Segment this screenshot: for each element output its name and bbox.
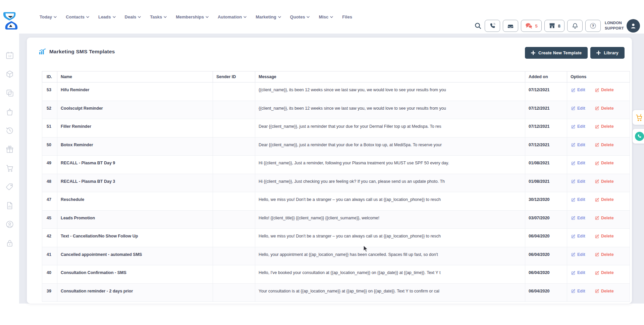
history-icon [5,126,14,135]
table-row: 53 Hifu Reminder {{client_name}}, its be… [42,83,630,101]
phone-button[interactable] [485,20,500,32]
table-row: 45 Leads Promotion Hello! {{client_title… [42,210,630,229]
nav-item-deals[interactable]: Deals [125,14,141,19]
phone-icon [489,22,496,30]
shop-button[interactable]: 8 [544,20,565,32]
column-header-added-on: Added on [525,71,567,83]
cell-options: Edit Delete [567,83,630,101]
nav-item-marketing[interactable]: Marketing [256,14,281,19]
help-button[interactable]: ? [585,20,601,32]
gift-icon [5,145,14,154]
delete-link[interactable]: Delete [595,252,614,257]
sidebar-item-cart[interactable] [5,164,14,172]
cell-sender-id [213,283,255,302]
cell-added-on: 07/12/2021 [525,137,567,156]
create-new-template-button[interactable]: Create New Template [525,47,588,59]
nav-item-files[interactable]: Files [342,14,352,19]
sidebar-item-duplicates[interactable] [5,89,14,97]
delete-link[interactable]: Delete [595,143,614,147]
svg-text:?: ? [592,24,594,28]
sidebar-item-security[interactable] [5,239,14,248]
edit-link[interactable]: Edit [571,106,585,111]
edit-link[interactable]: Edit [571,252,585,257]
nav-item-today[interactable]: Today [40,14,57,19]
delete-link[interactable]: Delete [595,106,614,111]
bag-icon [5,107,14,116]
edit-link[interactable]: Edit [571,197,585,202]
delete-link[interactable]: Delete [595,124,614,129]
edit-link[interactable]: Edit [571,216,585,220]
cell-message: Hello, we miss you! Don't be a stranger … [255,229,525,247]
cell-name: Cancelled appointment - automated SMS [57,247,213,265]
delete-link[interactable]: Delete [595,179,614,184]
sidebar-item-products[interactable] [5,70,14,78]
delete-square-icon [595,271,599,275]
nav-item-automation[interactable]: Automation [218,14,247,19]
cell-message: Hello, we miss you! Don't be a stranger … [255,192,525,211]
sidebar-item-bag[interactable] [5,107,14,116]
delete-link[interactable]: Delete [595,234,614,238]
delete-link[interactable]: Delete [595,197,614,202]
cell-added-on: 07/12/2021 [525,101,567,119]
edit-link[interactable]: Edit [571,289,585,293]
inbox-button[interactable] [503,20,518,32]
delete-square-icon [595,252,599,257]
nav-item-misc[interactable]: Misc [319,14,333,19]
svg-text:12: 12 [8,54,11,58]
nav-item-quotes[interactable]: Quotes [290,14,310,19]
delete-link[interactable]: Delete [595,161,614,165]
shop-count-badge: 8 [558,23,560,29]
table-row: 39 Consultation reminder - 2 days prior … [42,283,630,302]
notifications-button[interactable] [567,20,583,32]
nav-item-memberships[interactable]: Memberships [176,14,209,19]
user-label-line2: SUPPORT [605,26,624,31]
chat-button[interactable]: 5 [521,20,542,32]
nav-item-leads[interactable]: Leads [98,14,116,19]
cell-added-on: 30/12/2020 [525,192,567,211]
app-logo-hourglass-icon[interactable] [3,11,18,30]
avatar[interactable] [627,19,640,33]
edit-link[interactable]: Edit [571,234,585,238]
edit-link[interactable]: Edit [571,124,585,129]
sidebar-item-gift[interactable] [5,145,14,154]
edit-link[interactable]: Edit [571,88,585,92]
floating-whatsapp-tab[interactable] [633,129,644,144]
cell-options: Edit Delete [567,283,630,302]
cell-sender-id [213,247,255,265]
edit-square-icon [571,234,576,238]
cell-name: Text - Cancellation/No Show Follow Up [57,229,213,247]
delete-link[interactable]: Delete [595,270,614,275]
sidebar-item-account[interactable] [5,220,14,229]
delete-square-icon [595,216,599,220]
delete-link[interactable]: Delete [595,289,614,293]
edit-link[interactable]: Edit [571,161,585,165]
sidebar-item-reports[interactable] [5,201,14,210]
sidebar-item-tags[interactable] [5,182,14,191]
edit-link[interactable]: Edit [571,270,585,275]
card-header: Marketing SMS Templates Create New Templ… [27,38,632,61]
cell-name: Leads Promotion [57,210,213,229]
edit-link[interactable]: Edit [571,143,585,147]
nav-item-tasks[interactable]: Tasks [150,14,167,19]
main-nav: Today Contacts Leads Deals Tasks Members… [40,0,352,34]
cell-options: Edit Delete [567,192,630,211]
help-icon: ? [589,22,597,30]
library-button[interactable]: Library [590,47,625,59]
chevron-down-icon [164,16,167,18]
nav-item-contacts[interactable]: Contacts [66,14,89,19]
delete-link[interactable]: Delete [595,216,614,220]
table-row: 48 RECALL - Plasma BT Day 3 Hi {{client_… [42,174,630,192]
delete-link[interactable]: Delete [595,88,614,92]
user-label: LONDON SUPPORT [605,20,624,31]
cell-id: 51 [42,119,57,138]
sidebar-item-history[interactable] [5,126,14,135]
cell-message: Your consultation is at {{ap_location_na… [255,283,525,302]
delete-square-icon [595,234,599,238]
edit-square-icon [571,252,576,257]
table-row: 40 Consultation Confirmation - SMS Hello… [42,265,630,284]
sidebar-item-calendar[interactable]: 12 [5,51,14,60]
floating-cart-tab[interactable] [633,110,644,125]
cell-message: Hi {{client_name}}, Just checking you ar… [255,174,525,192]
edit-link[interactable]: Edit [571,179,585,184]
search-icon[interactable] [474,22,482,30]
